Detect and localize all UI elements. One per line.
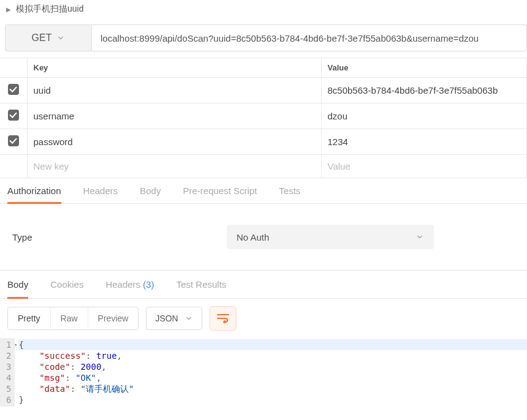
- view-mode-preview[interactable]: Preview: [88, 307, 138, 329]
- value-header: Value: [321, 58, 527, 78]
- url-input-wrapper: [92, 24, 527, 51]
- tab-body[interactable]: Body: [7, 279, 28, 299]
- wrap-lines-button[interactable]: [210, 306, 237, 331]
- response-format-select[interactable]: JSON: [146, 307, 202, 330]
- param-key-cell[interactable]: uuid: [27, 78, 321, 103]
- table-row-new: New keyValue: [0, 155, 527, 178]
- checkbox-header: [0, 58, 27, 78]
- tab-body[interactable]: Body: [140, 186, 161, 203]
- row-checkbox[interactable]: [8, 110, 19, 121]
- authorization-panel: Type No Auth: [0, 204, 527, 270]
- row-checkbox[interactable]: [8, 84, 19, 95]
- chevron-down-icon: [184, 314, 193, 323]
- response-viewer-toolbar: PrettyRawPreview JSON: [0, 299, 527, 338]
- tab-pre-request-script[interactable]: Pre-request Script: [183, 186, 257, 203]
- response-body-viewer[interactable]: 123456 { "success": true, "code": 2000, …: [0, 338, 527, 407]
- request-url-row: GET: [5, 24, 527, 51]
- collapse-triangle-icon: ▶: [6, 6, 11, 13]
- request-name: 模拟手机扫描uuid: [16, 4, 83, 15]
- tab-test-results[interactable]: Test Results: [176, 279, 227, 298]
- auth-type-label: Type: [12, 232, 227, 242]
- table-row: uuid8c50b563-b784-4bd6-be7f-3e7f55ab063b: [0, 78, 527, 103]
- param-key-cell[interactable]: password: [27, 129, 321, 155]
- view-mode-pretty[interactable]: Pretty: [8, 307, 50, 329]
- view-mode-group: PrettyRawPreview: [7, 307, 138, 330]
- key-header: Key: [27, 58, 321, 78]
- view-mode-raw[interactable]: Raw: [50, 307, 88, 329]
- request-section-tabs: AuthorizationHeadersBodyPre-request Scri…: [0, 179, 527, 204]
- wrap-icon: [217, 313, 229, 323]
- chevron-down-icon: [415, 233, 424, 241]
- request-tab-title[interactable]: ▶ 模拟手机扫描uuid: [0, 0, 527, 18]
- param-value-new[interactable]: Value: [321, 155, 527, 178]
- url-input[interactable]: [92, 25, 526, 51]
- response-section-tabs: BodyCookiesHeaders (3)Test Results: [0, 271, 527, 299]
- auth-type-value: No Auth: [237, 232, 269, 242]
- http-method-select[interactable]: GET: [5, 24, 92, 51]
- tab-authorization[interactable]: Authorization: [7, 186, 61, 204]
- row-checkbox[interactable]: [8, 135, 19, 146]
- tab-headers[interactable]: Headers (3): [105, 279, 154, 298]
- param-value-cell[interactable]: 1234: [321, 129, 527, 155]
- tab-headers[interactable]: Headers: [83, 186, 118, 203]
- param-value-cell[interactable]: 8c50b563-b784-4bd6-be7f-3e7f55ab063b: [321, 78, 527, 103]
- table-row: usernamedzou: [0, 103, 527, 129]
- tab-cookies[interactable]: Cookies: [50, 279, 83, 298]
- param-key-new[interactable]: New key: [27, 155, 321, 178]
- tab-tests[interactable]: Tests: [279, 186, 300, 203]
- param-value-cell[interactable]: dzou: [321, 103, 527, 129]
- chevron-down-icon: [56, 34, 65, 42]
- auth-type-select[interactable]: No Auth: [227, 225, 434, 249]
- http-method-label: GET: [32, 32, 52, 43]
- table-row: password1234: [0, 129, 527, 155]
- param-key-cell[interactable]: username: [27, 103, 321, 129]
- response-format-label: JSON: [155, 313, 178, 323]
- params-table: Key Value uuid8c50b563-b784-4bd6-be7f-3e…: [0, 58, 527, 178]
- headers-count: (3): [143, 279, 154, 290]
